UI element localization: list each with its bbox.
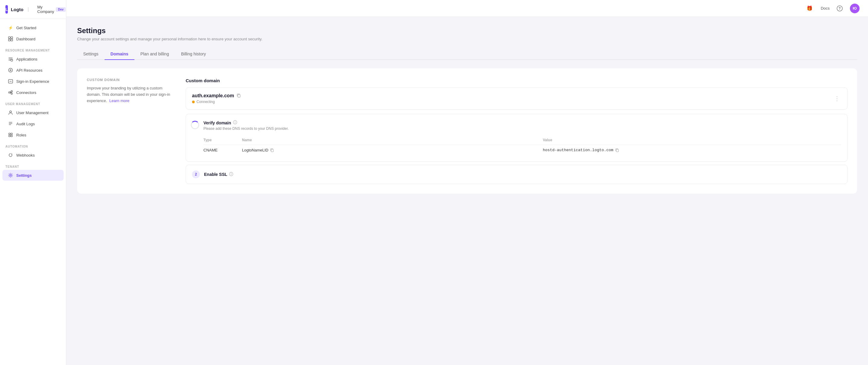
section-tenant: Tenant [0, 161, 66, 170]
sidebar-item-webhooks[interactable]: Webhooks [2, 150, 64, 161]
help-button[interactable] [835, 4, 844, 13]
docs-button[interactable]: Docs [820, 4, 830, 13]
tab-plan-billing[interactable]: Plan and billing [134, 48, 175, 60]
sidebar-item-connectors[interactable]: Connectors [2, 87, 64, 98]
connectors-icon [8, 90, 13, 95]
svg-rect-11 [9, 133, 10, 135]
api-resources-icon [8, 67, 13, 73]
copy-name-button[interactable] [270, 148, 274, 152]
help-icon [837, 5, 843, 11]
svg-rect-20 [271, 150, 273, 152]
sidebar-item-roles[interactable]: Roles [2, 130, 64, 140]
svg-rect-12 [11, 133, 12, 135]
row-type: CNAME [204, 148, 240, 153]
logto-logo: L [5, 5, 8, 13]
sidebar-item-settings[interactable]: Settings [2, 170, 64, 181]
col-name: Name [242, 138, 540, 142]
sidebar-item-dashboard[interactable]: Dashboard [2, 33, 64, 44]
settings-icon [8, 172, 13, 178]
audit-logs-icon [8, 121, 13, 127]
brand-name: Logto [11, 7, 24, 12]
more-options-button[interactable]: ⋮ [833, 94, 841, 103]
env-badge: Dev [56, 7, 65, 12]
sign-in-experience-icon [8, 78, 13, 84]
card-left: CUSTOM DOMAIN Improve your branding by u… [87, 78, 171, 184]
sidebar-item-label: Webhooks [16, 153, 35, 158]
section-label: CUSTOM DOMAIN [87, 78, 171, 81]
get-started-icon: ⚡ [8, 25, 13, 30]
svg-point-8 [11, 91, 13, 92]
dashboard-icon [8, 36, 13, 41]
copy-domain-button[interactable] [237, 93, 241, 98]
sidebar-item-sign-in-experience[interactable]: Sign-in Experience [2, 76, 64, 87]
gift-button[interactable]: 🎁 [805, 4, 814, 13]
tab-domains[interactable]: Domains [104, 48, 134, 60]
section-resource-management: Resource Management [0, 44, 66, 53]
svg-point-15 [10, 175, 11, 176]
sidebar-item-get-started[interactable]: ⚡ Get Started [2, 22, 64, 33]
verify-info-icon[interactable] [233, 120, 237, 125]
sidebar-item-label: Dashboard [16, 37, 36, 41]
verify-title: Verify domain [204, 120, 841, 125]
copy-value-button[interactable] [615, 148, 619, 152]
sidebar-item-label: Audit Logs [16, 122, 35, 126]
verify-desc: Please add these DNS records to your DNS… [204, 127, 841, 131]
domain-info: auth.example.com Connecting [192, 93, 241, 104]
domain-entry-header: auth.example.com Connecting ⋮ [192, 93, 841, 104]
ssl-info-icon[interactable] [229, 172, 233, 177]
applications-icon [8, 56, 13, 62]
section-description: Improve your branding by utilizing a cus… [87, 85, 171, 104]
status-text: Connecting [196, 100, 215, 104]
loading-spinner [191, 121, 199, 129]
tab-settings[interactable]: Settings [77, 48, 104, 60]
roles-icon [8, 132, 13, 138]
domain-panel-title: Custom domain [186, 78, 847, 83]
card-right: Custom domain auth.example.com [186, 78, 847, 184]
separator: | [28, 7, 29, 12]
page-title: Settings [77, 27, 857, 35]
sidebar-item-label: Applications [16, 57, 37, 61]
step-badge: 2 [192, 170, 200, 178]
verify-domain-section: Verify domain Please add these DNS recor… [186, 114, 847, 162]
docs-label: Docs [821, 6, 830, 10]
sidebar-item-applications[interactable]: Applications [2, 54, 64, 64]
svg-rect-2 [8, 39, 10, 41]
svg-rect-18 [238, 95, 240, 97]
sidebar-item-user-management[interactable]: User Management [2, 107, 64, 118]
sidebar-item-label: Roles [16, 133, 26, 137]
learn-more-link[interactable]: Learn more [110, 98, 129, 103]
sidebar-item-audit-logs[interactable]: Audit Logs [2, 118, 64, 129]
svg-rect-14 [11, 135, 12, 137]
svg-rect-0 [8, 37, 10, 38]
user-avatar[interactable]: Ю [850, 4, 860, 13]
sidebar-nav: ⚡ Get Started Dashboard Resource Managem… [0, 19, 66, 365]
col-type: Type [204, 138, 240, 142]
row-value: hostd-authentication.logto.com [543, 148, 841, 153]
user-management-icon [8, 110, 13, 115]
domain-entry: auth.example.com Connecting ⋮ [186, 87, 847, 110]
svg-rect-3 [11, 39, 13, 41]
sidebar-item-label: API Resources [16, 68, 42, 73]
status-dot [192, 101, 195, 103]
sidebar: L Logto | My Company Dev ▾ ⚡ Get Started… [0, 0, 66, 365]
svg-rect-1 [11, 37, 13, 38]
svg-point-10 [10, 111, 11, 113]
sidebar-item-api-resources[interactable]: API Resources [2, 65, 64, 75]
sidebar-item-label: Connectors [16, 90, 36, 95]
ssl-header: 2 Enable SSL [192, 170, 841, 178]
svg-point-9 [11, 93, 13, 95]
dns-table-header: Type Name Value [204, 135, 841, 145]
section-automation: Automation [0, 141, 66, 150]
dns-table: Type Name Value CNAME LogtoNameLID [204, 135, 841, 156]
tab-billing-history[interactable]: Billing history [175, 48, 212, 60]
svg-rect-13 [9, 135, 10, 137]
tabs-bar: Settings Domains Plan and billing Billin… [77, 48, 857, 60]
gift-icon: 🎁 [807, 5, 812, 11]
domain-status: Connecting [192, 100, 241, 104]
domain-name-row: auth.example.com [192, 93, 241, 98]
sidebar-item-label: User Management [16, 110, 49, 115]
domain-name: auth.example.com [192, 93, 234, 98]
webhooks-icon [8, 153, 13, 158]
page-subtitle: Change your account settings and manage … [77, 37, 857, 41]
sidebar-item-label: Settings [16, 173, 32, 178]
